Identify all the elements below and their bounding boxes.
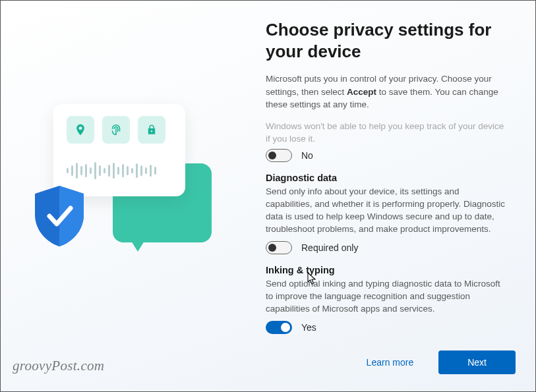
inking-setting: Yes [266, 321, 508, 334]
inking-toggle[interactable] [266, 321, 292, 334]
content-pane: Choose privacy settings for your device … [251, 1, 535, 391]
diagnostic-state-label: Required only [301, 242, 358, 253]
footer-actions: Learn more Next [367, 350, 516, 374]
inking-desc: Send optional inking and typing diagnost… [266, 278, 508, 316]
diagnostic-setting: Required only [266, 241, 508, 254]
privacy-illustration [34, 98, 218, 256]
illustration-pane [1, 1, 251, 391]
lock-icon [138, 116, 165, 144]
audio-wave-decoration [67, 161, 172, 181]
find-device-desc-partial: Windows won't be able to help you keep t… [266, 121, 508, 146]
diagnostic-title: Diagnostic data [266, 173, 508, 183]
privacy-card [53, 104, 185, 196]
find-device-state-label: No [301, 150, 313, 161]
watermark-text: groovyPost.com [13, 358, 104, 374]
inking-state-label: Yes [301, 322, 316, 333]
next-button[interactable]: Next [438, 350, 516, 374]
learn-more-link[interactable]: Learn more [367, 357, 414, 368]
diagnostic-toggle[interactable] [266, 241, 292, 254]
diagnostic-desc: Send only info about your device, its se… [266, 186, 508, 236]
privacy-settings-page: Choose privacy settings for your device … [1, 1, 535, 391]
page-title: Choose privacy settings for your device [266, 19, 508, 62]
shield-check-icon [30, 183, 89, 249]
svg-point-1 [151, 130, 152, 132]
inking-title: Inking & typing [266, 265, 508, 275]
intro-text: Microsoft puts you in control of your pr… [266, 72, 508, 111]
find-device-toggle[interactable] [266, 149, 292, 162]
location-pin-icon [67, 116, 94, 144]
find-device-setting: No [266, 149, 508, 162]
fingerprint-icon [102, 116, 130, 144]
